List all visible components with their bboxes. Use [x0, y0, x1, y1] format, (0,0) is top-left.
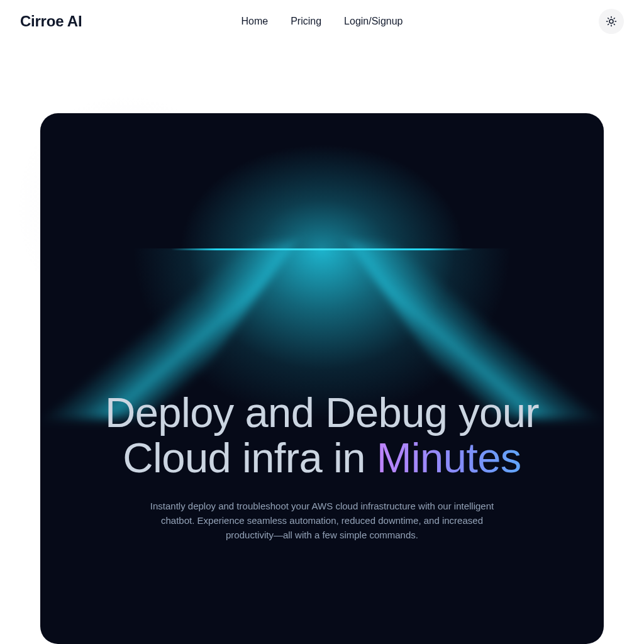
nav-link-home[interactable]: Home [241, 16, 268, 27]
header: Cirroe AI Home Pricing Login/Signup [0, 0, 644, 43]
sun-icon [606, 16, 617, 27]
main-nav: Home Pricing Login/Signup [241, 16, 402, 27]
glow-effect [171, 248, 473, 250]
hero-section: Deploy and Debug your Cloud infra in Min… [40, 113, 604, 644]
theme-toggle-button[interactable] [599, 9, 624, 34]
nav-link-login[interactable]: Login/Signup [344, 16, 402, 27]
hero-subtitle: Instantly deploy and troubleshoot your A… [136, 499, 508, 543]
svg-line-8 [614, 18, 614, 19]
svg-line-3 [608, 18, 609, 19]
nav-link-pricing[interactable]: Pricing [291, 16, 321, 27]
logo[interactable]: Cirroe AI [20, 13, 82, 30]
hero-title-line1: Deploy and Debug your [105, 389, 539, 436]
svg-line-7 [608, 24, 609, 25]
glow-top [133, 113, 511, 248]
hero-title-accent: Minutes [377, 434, 521, 481]
hero-content: Deploy and Debug your Cloud infra in Min… [40, 390, 604, 542]
hero-title-line2-prefix: Cloud infra in [123, 434, 376, 481]
glow-bar [171, 248, 473, 250]
svg-point-0 [609, 19, 613, 23]
hero-title: Deploy and Debug your Cloud infra in Min… [78, 390, 566, 481]
svg-line-4 [614, 24, 614, 25]
